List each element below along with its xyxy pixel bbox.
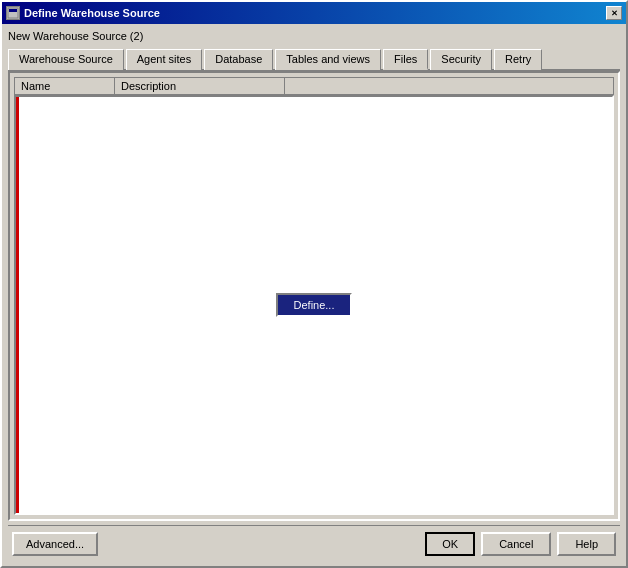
ok-button[interactable]: OK (425, 532, 475, 556)
tab-bar: Warehouse Source Agent sites Database Ta… (8, 48, 620, 71)
tab-agent-sites[interactable]: Agent sites (126, 49, 202, 70)
bottom-bar: Advanced... OK Cancel Help (8, 525, 620, 562)
tab-warehouse-source[interactable]: Warehouse Source (8, 49, 124, 70)
advanced-button[interactable]: Advanced... (12, 532, 98, 556)
main-window: Define Warehouse Source ✕ New Warehouse … (0, 0, 628, 568)
subtitle: New Warehouse Source (2) (8, 28, 620, 44)
table-area: Define... (14, 95, 614, 515)
help-button[interactable]: Help (557, 532, 616, 556)
title-bar: Define Warehouse Source ✕ (2, 2, 626, 24)
column-name: Name (15, 78, 115, 94)
window-body: New Warehouse Source (2) Warehouse Sourc… (2, 24, 626, 566)
dialog-buttons: OK Cancel Help (425, 532, 616, 556)
tab-security[interactable]: Security (430, 49, 492, 70)
tab-tables-and-views[interactable]: Tables and views (275, 49, 381, 70)
window-title: Define Warehouse Source (24, 7, 160, 19)
tab-files[interactable]: Files (383, 49, 428, 70)
svg-rect-1 (9, 9, 17, 12)
tab-retry[interactable]: Retry (494, 49, 542, 70)
define-button[interactable]: Define... (276, 293, 353, 317)
window-icon (6, 6, 20, 20)
tab-content: Name Description Define... (8, 71, 620, 521)
table-header: Name Description (14, 77, 614, 95)
close-button[interactable]: ✕ (606, 6, 622, 20)
column-description: Description (115, 78, 285, 94)
cancel-button[interactable]: Cancel (481, 532, 551, 556)
red-indicator (16, 97, 19, 513)
tab-database[interactable]: Database (204, 49, 273, 70)
